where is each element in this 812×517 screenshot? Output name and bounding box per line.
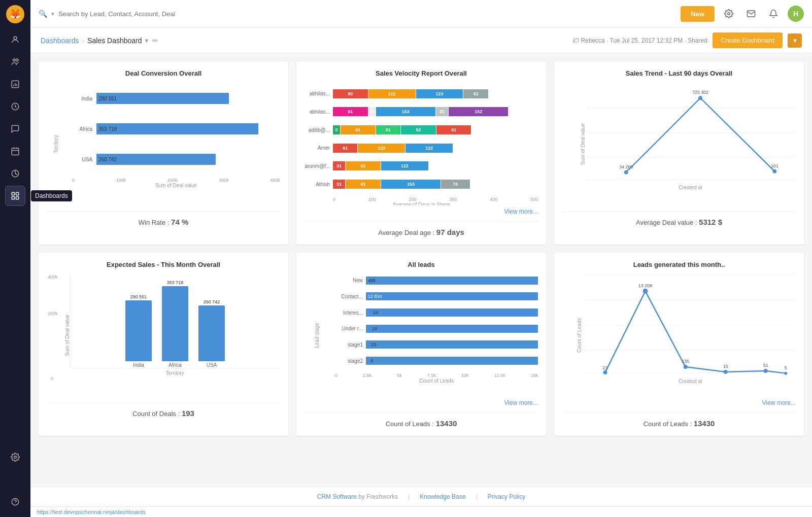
sales-velocity-view-more[interactable]: View more... xyxy=(304,208,538,215)
status-bar: https://test.devopschennai.ninja/dashboa… xyxy=(30,506,812,517)
edit-icon[interactable]: ✏ xyxy=(152,37,158,45)
svg-point-1 xyxy=(13,59,16,61)
sidebar-item-chat[interactable] xyxy=(5,119,25,139)
bar-row-india: India 290 551 xyxy=(72,93,280,104)
deal-conversion-card: Deal Conversion Overall Territory India … xyxy=(39,61,288,245)
sidebar-item-dashboards[interactable]: Dashboards xyxy=(5,186,25,206)
all-leads-y-label: Lead stage xyxy=(314,323,320,348)
sales-trend-x-label: Created at xyxy=(585,185,796,190)
leads-generated-footer: Count of Leads : 13430 xyxy=(562,412,796,428)
leads-row-interest: Interes... 24 xyxy=(335,308,538,317)
stacked-row-3: Amer 61 122 122 xyxy=(304,144,538,153)
svg-point-46 xyxy=(764,369,768,373)
sales-velocity-footer: Average Deal age : 97 days xyxy=(304,221,538,236)
create-dashboard-button[interactable]: Create Dashboard xyxy=(713,32,783,48)
all-leads-title: All leads xyxy=(304,261,538,268)
svg-text:34 260: 34 260 xyxy=(619,164,633,169)
leads-row-stage2: stage2 8 xyxy=(335,357,538,365)
svg-text:725 302: 725 302 xyxy=(692,90,708,95)
deal-conversion-x-label: Sum of Deal value xyxy=(72,183,280,188)
all-leads-view-more[interactable]: View more... xyxy=(304,399,538,406)
sales-velocity-title: Sales Velocity Report Overall xyxy=(304,70,538,77)
breadcrumb-parent[interactable]: Dashboards xyxy=(41,37,79,45)
sidebar-item-settings[interactable] xyxy=(5,447,25,467)
sidebar-item-reports[interactable] xyxy=(5,74,25,94)
breadcrumb-right: 🏷 Rebecca · Tue Jul 25, 2017 12:32 PM · … xyxy=(572,32,802,48)
svg-point-2 xyxy=(16,59,19,61)
app-logo[interactable]: 🦊 xyxy=(6,5,24,23)
footer-by-label: by Freshworks xyxy=(358,493,398,500)
leads-row-stage1: stage1 10 xyxy=(335,340,538,349)
settings-icon[interactable] xyxy=(721,6,737,22)
breadcrumb-bar: Dashboards › Sales Dashboard ▼ ✏ 🏷 Rebec… xyxy=(30,28,812,53)
sidebar-item-calendar[interactable] xyxy=(5,141,25,161)
knowledge-base-link[interactable]: Knowledge Base xyxy=(420,493,465,500)
dashboard-grid: Deal Conversion Overall Territory India … xyxy=(39,61,804,436)
svg-text:101: 101 xyxy=(771,163,779,168)
vbar-india: 290 551 India xyxy=(125,294,152,368)
sidebar: 🦊 Dashboards xyxy=(0,0,30,517)
create-dashboard-dropdown[interactable]: ▼ xyxy=(788,33,802,48)
svg-point-11 xyxy=(14,456,17,459)
sales-trend-footer: Average Deal value : 5312 $ xyxy=(562,211,796,226)
breadcrumb: Dashboards › Sales Dashboard ▼ ✏ xyxy=(41,37,158,45)
status-url: https://test.devopschennai.ninja/dashboa… xyxy=(37,509,146,515)
expected-sales-card: Expected Sales - This Month Overall Sum … xyxy=(39,253,288,436)
sidebar-item-leads[interactable] xyxy=(5,52,25,72)
expected-sales-title: Expected Sales - This Month Overall xyxy=(47,261,280,268)
footer-sep-1: | xyxy=(408,493,410,500)
sales-velocity-x-label: Average of Days in Stage xyxy=(304,202,538,205)
all-leads-footer: Count of Leads : 13430 xyxy=(304,412,538,428)
leads-row-under: Under r... 18 xyxy=(335,325,538,333)
leads-row-contact: Contact... 12 834 xyxy=(335,292,538,300)
sidebar-item-help[interactable] xyxy=(5,492,25,512)
sales-trend-card: Sales Trend - Last 90 days Overall Sum o… xyxy=(554,61,804,245)
dashboards-tooltip: Dashboards xyxy=(31,190,72,201)
search-dropdown[interactable]: ▼ xyxy=(50,11,55,17)
svg-text:135: 135 xyxy=(682,359,689,364)
notification-icon[interactable] xyxy=(765,6,782,22)
sidebar-item-deals[interactable] xyxy=(5,96,25,117)
footer: CRM Software by Freshworks | Knowledge B… xyxy=(30,487,812,506)
all-leads-card: All leads Lead stage New 486 Contact... xyxy=(296,253,546,436)
svg-point-0 xyxy=(14,37,17,40)
leads-generated-view-more[interactable]: View more... xyxy=(562,399,796,406)
svg-text:15: 15 xyxy=(723,364,728,369)
leads-generated-x-label: Created at xyxy=(585,378,796,384)
svg-rect-5 xyxy=(12,148,19,155)
sidebar-item-analytics[interactable] xyxy=(5,163,25,184)
breadcrumb-chevron-icon[interactable]: ▼ xyxy=(144,38,150,44)
expected-sales-footer: Count of Deals : 193 xyxy=(47,402,280,418)
svg-text:5: 5 xyxy=(785,365,787,370)
mail-icon[interactable] xyxy=(743,6,759,22)
main-content: 🔍 ▼ New H Dashboards › Sales Dashboard ▼ xyxy=(30,0,812,517)
bar-row-usa: USA 260 742 xyxy=(72,154,280,165)
svg-text:51: 51 xyxy=(763,363,768,368)
privacy-policy-link[interactable]: Privacy Policy xyxy=(488,493,526,500)
search-input[interactable] xyxy=(58,10,674,18)
stacked-row-1: abhilas... 91 0 153 31 152 xyxy=(304,107,538,116)
deal-conversion-title: Deal Conversion Overall xyxy=(47,70,280,77)
header: 🔍 ▼ New H xyxy=(30,0,812,28)
header-right: New H xyxy=(681,6,804,22)
svg-text:13 208: 13 208 xyxy=(638,283,652,288)
svg-point-43 xyxy=(643,289,648,294)
breadcrumb-current: Sales Dashboard ▼ xyxy=(87,37,149,45)
leads-generated-y-label: Count of Leads xyxy=(577,318,582,353)
breadcrumb-separator: › xyxy=(82,37,85,45)
svg-point-42 xyxy=(603,370,607,374)
all-leads-x-label: Count of Leads xyxy=(335,378,538,384)
svg-point-25 xyxy=(698,96,702,100)
sidebar-item-contacts[interactable] xyxy=(5,29,25,50)
svg-point-45 xyxy=(724,370,728,374)
deal-conversion-y-label: Territory xyxy=(53,135,59,153)
svg-point-44 xyxy=(684,365,688,369)
sales-velocity-card: Sales Velocity Report Overall abhilas...… xyxy=(296,61,546,245)
stacked-row-5: Athish 31 91 153 76 xyxy=(304,180,538,189)
new-button[interactable]: New xyxy=(681,6,715,22)
crm-software-link[interactable]: CRM Software xyxy=(317,493,357,500)
sales-trend-y-label: Sum of Deal value xyxy=(580,123,586,165)
vbar-africa: 353 718 Africa xyxy=(162,280,188,368)
avatar[interactable]: H xyxy=(788,6,804,22)
svg-rect-8 xyxy=(16,192,19,195)
